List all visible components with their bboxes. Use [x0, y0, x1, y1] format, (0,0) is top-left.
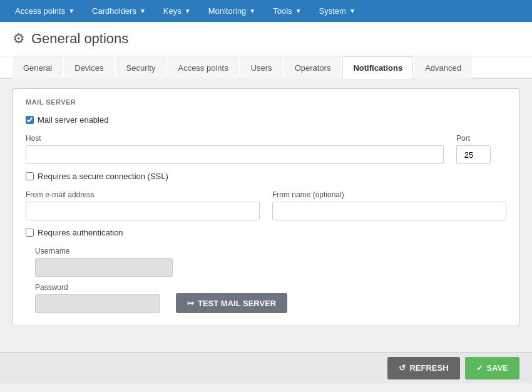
refresh-button[interactable]: ↺ REFRESH — [387, 357, 459, 379]
nav-cardholders-arrow: ▼ — [140, 8, 146, 14]
save-button[interactable]: ✓ SAVE — [465, 357, 519, 379]
top-nav: Access points ▼ Cardholders ▼ Keys ▼ Mon… — [0, 0, 532, 22]
ssl-checkbox[interactable] — [26, 172, 34, 180]
ssl-label[interactable]: Requires a secure connection (SSL) — [38, 172, 168, 181]
nav-monitoring[interactable]: Monitoring ▼ — [200, 0, 265, 22]
test-mail-server-button[interactable]: ↦ TEST MAIL SERVER — [176, 293, 287, 313]
username-input[interactable] — [35, 258, 173, 277]
auth-checkbox[interactable] — [26, 229, 34, 237]
page-title: General options — [31, 31, 128, 47]
tabs-row: General Devices Security Access points U… — [0, 56, 532, 79]
form-card: MAIL SERVER Mail server enabled Host Por… — [13, 88, 519, 326]
from-email-input[interactable] — [26, 202, 260, 220]
tab-operators[interactable]: Operators — [284, 56, 342, 79]
tab-general[interactable]: General — [13, 56, 63, 79]
port-group: Port — [456, 134, 506, 164]
host-port-row: Host Port — [26, 134, 506, 164]
nav-keys-arrow: ▼ — [185, 8, 191, 14]
host-group: Host — [26, 134, 444, 164]
refresh-icon: ↺ — [399, 363, 406, 373]
port-input[interactable] — [456, 145, 491, 164]
from-email-label: From e-mail address — [26, 190, 260, 199]
nav-access-points-arrow: ▼ — [68, 8, 74, 14]
username-group: Username — [26, 247, 506, 277]
tab-advanced[interactable]: Advanced — [414, 56, 472, 79]
test-mail-icon: ↦ — [187, 299, 194, 308]
mail-server-enabled-label[interactable]: Mail server enabled — [38, 115, 108, 125]
mail-server-enabled-checkbox[interactable] — [26, 116, 34, 124]
save-icon: ✓ — [476, 363, 483, 373]
tab-security[interactable]: Security — [116, 56, 166, 79]
nav-tools[interactable]: Tools ▼ — [264, 0, 310, 22]
tab-users[interactable]: Users — [240, 56, 283, 79]
password-test-row: Password ↦ TEST MAIL SERVER — [26, 283, 506, 313]
from-name-input[interactable] — [272, 202, 506, 220]
mail-server-enabled-row: Mail server enabled — [26, 115, 506, 125]
auth-row: Requires authentication — [26, 228, 506, 237]
host-label: Host — [26, 134, 444, 143]
nav-system-arrow: ▼ — [349, 8, 356, 14]
from-row: From e-mail address From name (optional) — [26, 190, 506, 220]
password-group: Password — [26, 283, 160, 313]
nav-tools-arrow: ▼ — [295, 8, 302, 14]
nav-system[interactable]: System ▼ — [310, 0, 364, 22]
page-header: ⚙ General options — [0, 22, 532, 56]
nav-monitoring-arrow: ▼ — [249, 8, 255, 14]
tab-devices[interactable]: Devices — [64, 56, 114, 79]
auth-label[interactable]: Requires authentication — [38, 228, 123, 237]
port-input-wrap — [456, 145, 506, 164]
port-label: Port — [456, 134, 506, 143]
nav-keys[interactable]: Keys ▼ — [155, 0, 200, 22]
password-label: Password — [35, 283, 160, 292]
nav-cardholders[interactable]: Cardholders ▼ — [83, 0, 155, 22]
host-input[interactable] — [26, 145, 444, 164]
tab-notifications[interactable]: Notifications — [342, 56, 413, 79]
bottom-bar: ↺ REFRESH ✓ SAVE — [0, 352, 532, 383]
from-email-group: From e-mail address — [26, 190, 260, 220]
from-name-label: From name (optional) — [272, 190, 506, 199]
password-input[interactable] — [35, 294, 160, 313]
from-name-group: From name (optional) — [272, 190, 506, 220]
section-title: MAIL SERVER — [26, 98, 506, 106]
tab-access-points[interactable]: Access points — [167, 56, 238, 79]
main-content: MAIL SERVER Mail server enabled Host Por… — [0, 79, 532, 352]
nav-access-points[interactable]: Access points ▼ — [6, 0, 83, 22]
username-label: Username — [35, 247, 506, 255]
gear-icon: ⚙ — [13, 31, 25, 47]
ssl-row: Requires a secure connection (SSL) — [26, 172, 506, 181]
